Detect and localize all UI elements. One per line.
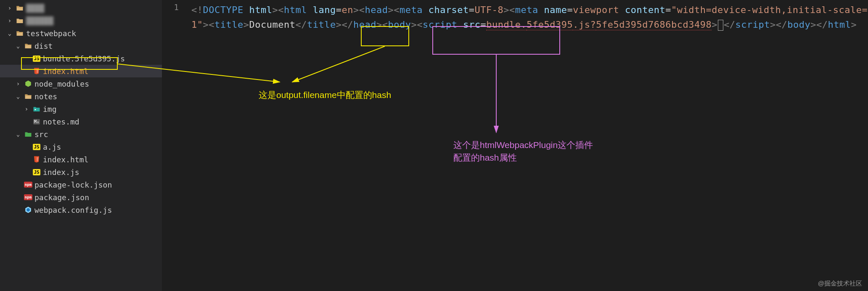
tree-item-label: index.html	[43, 67, 88, 76]
tree-item-label: notes.md	[43, 117, 79, 126]
chevron-icon: ⌄	[13, 131, 23, 138]
tree-item-node-modules[interactable]: ›node_modules	[0, 77, 162, 90]
tree-item-label: package.json	[34, 193, 89, 202]
tree-item-src[interactable]: ⌄src	[0, 128, 162, 140]
chevron-icon: ›	[5, 17, 14, 24]
npm-icon: npm	[23, 182, 34, 188]
tree-item-label: a.js	[43, 143, 61, 151]
js-icon: JS	[31, 56, 42, 62]
tree-item-label: webpack.config.js	[34, 206, 112, 214]
chevron-icon: ⌄	[13, 42, 23, 49]
md-icon: M↓	[31, 119, 42, 124]
tree-item-----[interactable]: ›████	[0, 2, 162, 14]
tree-item-package-json[interactable]: npmpackage.json	[0, 191, 162, 204]
tree-item-label: index.js	[43, 168, 79, 177]
chevron-icon: ⌄	[13, 93, 23, 100]
chevron-icon: ›	[22, 106, 31, 112]
folder-open-icon	[14, 29, 25, 37]
js-icon: JS	[31, 169, 42, 175]
tree-item-label: ████	[26, 4, 44, 13]
tree-item-label: dist	[34, 42, 53, 50]
folder-open-icon	[23, 93, 34, 100]
chevron-icon: ›	[5, 5, 14, 11]
tree-item-------[interactable]: ›██████	[0, 14, 162, 27]
tree-item-bundle-5fe5d395-js[interactable]: JSbundle.5fe5d395.js	[0, 52, 162, 65]
tree-item-testwebpack[interactable]: ⌄testwebpack	[0, 27, 162, 40]
tree-item-label: index.html	[43, 155, 88, 164]
tree-item-a-js[interactable]: JSa.js	[0, 140, 162, 153]
tree-item-notes[interactable]: ⌄notes	[0, 90, 162, 103]
tree-item-notes-md[interactable]: M↓notes.md	[0, 115, 162, 128]
tree-item-label: notes	[34, 92, 57, 101]
tree-item-label: img	[43, 105, 57, 114]
tree-item-dist[interactable]: ⌄dist	[0, 40, 162, 52]
tree-item-package-lock-json[interactable]: npmpackage-lock.json	[0, 178, 162, 191]
folder-open-icon	[14, 4, 25, 12]
tree-item-label: package-lock.json	[34, 180, 112, 189]
chevron-icon: ›	[13, 80, 23, 87]
svg-point-0	[35, 109, 36, 110]
tree-item-label: bundle.5fe5d395.js	[43, 54, 125, 63]
folder-open-icon	[23, 42, 34, 50]
folder-icon	[14, 17, 25, 24]
tree-item-webpack-config-js[interactable]: webpack.config.js	[0, 204, 162, 216]
annotation-magenta: 这个是htmlWebpackPlugin这个插件 配置的hash属性	[453, 139, 593, 164]
tree-item-label: node_modules	[34, 79, 89, 88]
watermark: @掘金技术社区	[818, 280, 862, 288]
annotation-yellow: 这是output.filename中配置的hash	[259, 89, 391, 101]
tree-item-img[interactable]: ›img	[0, 103, 162, 115]
html-icon	[31, 67, 42, 75]
tree-item-index-html[interactable]: index.html	[0, 153, 162, 166]
npm-icon: npm	[23, 194, 34, 200]
tree-item-index-html[interactable]: index.html	[0, 65, 162, 77]
tree-item-index-js[interactable]: JSindex.js	[0, 166, 162, 178]
node-icon	[23, 80, 34, 87]
webpack-icon	[23, 206, 34, 214]
tree-item-label: testwebpack	[26, 29, 76, 38]
line-gutter: 1	[162, 0, 191, 291]
js-icon: JS	[31, 144, 42, 150]
file-explorer[interactable]: ›████›██████⌄testwebpack⌄distJSbundle.5f…	[0, 0, 162, 291]
tree-item-label: src	[34, 130, 48, 139]
code-line: <!DOCTYPE html><html lang=en><head><meta…	[191, 3, 868, 32]
chevron-icon: ⌄	[5, 30, 14, 37]
cursor	[718, 20, 723, 31]
src-folder-icon	[23, 130, 34, 138]
line-number: 1	[162, 3, 179, 12]
img-folder-icon	[31, 105, 42, 113]
html-icon	[31, 156, 42, 163]
tree-item-label: ██████	[26, 16, 53, 25]
